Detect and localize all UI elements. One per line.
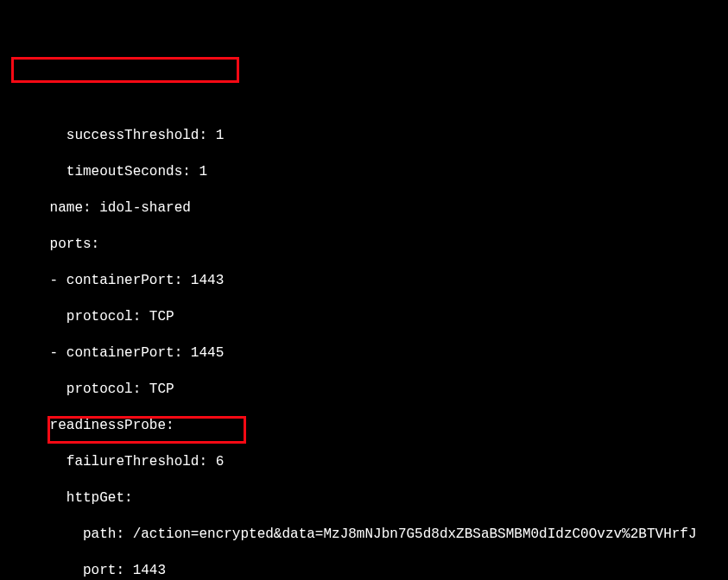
text: port: 1443 <box>83 563 166 578</box>
text: - containerPort: 1443 <box>50 273 225 288</box>
text: failureThreshold: 6 <box>66 454 224 470</box>
yaml-line: - containerPort: 1445 <box>0 344 728 362</box>
yaml-line: successThreshold: 1 <box>0 127 728 145</box>
yaml-line: - containerPort: 1443 <box>0 272 728 290</box>
yaml-line: port: 1443 <box>0 562 728 580</box>
yaml-line: protocol: TCP <box>0 308 728 326</box>
text: timeoutSeconds: 1 <box>66 164 207 180</box>
text: path: /action=encrypted&data=MzJ8mNJbn7G… <box>83 526 697 542</box>
highlight-box-name <box>11 57 239 83</box>
yaml-line: timeoutSeconds: 1 <box>0 163 728 181</box>
text: - containerPort: 1445 <box>50 345 225 361</box>
text: protocol: TCP <box>66 309 174 325</box>
yaml-line: name: idol-shared <box>0 199 728 218</box>
yaml-line: path: /action=encrypted&data=MzJ8mNJbn7G… <box>0 526 728 544</box>
text: successThreshold: 1 <box>66 128 224 143</box>
terminal-window: successThreshold: 1 timeoutSeconds: 1 na… <box>0 36 728 580</box>
yaml-line: ports: <box>0 236 728 254</box>
text: httpGet: <box>66 490 133 506</box>
text: protocol: TCP <box>66 381 174 397</box>
yaml-line: httpGet: <box>0 489 728 508</box>
yaml-line: failureThreshold: 6 <box>0 453 728 471</box>
text: ports: <box>50 236 100 252</box>
text: readinessProbe: <box>50 418 174 433</box>
text: name: idol-shared <box>50 200 191 216</box>
yaml-line: readinessProbe: <box>0 417 728 435</box>
yaml-line: protocol: TCP <box>0 381 728 399</box>
